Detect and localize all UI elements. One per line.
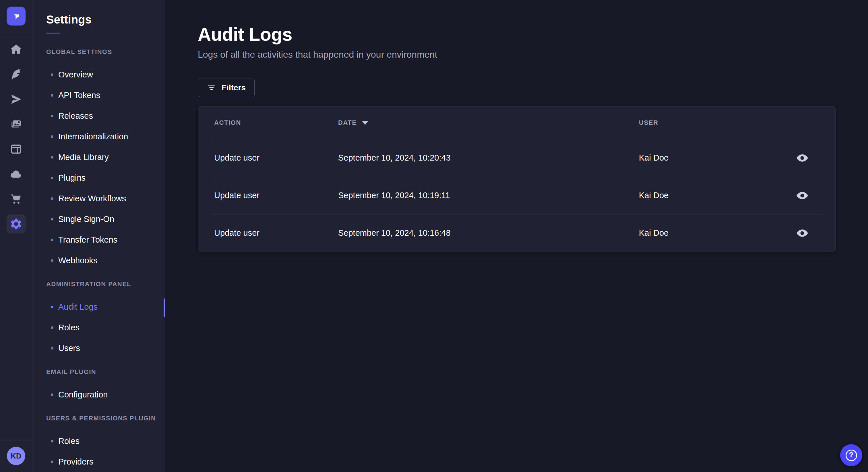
- bullet-icon: [51, 306, 53, 308]
- filter-icon: [207, 83, 216, 93]
- shopping-cart-icon[interactable]: [7, 190, 26, 208]
- eye-icon: [796, 189, 809, 202]
- column-header-user: USER: [639, 119, 785, 127]
- strapi-logo-icon: [10, 10, 22, 22]
- table-row[interactable]: Update user September 10, 2024, 10:19:11…: [198, 177, 836, 214]
- section-users-permissions-plugin: USERS & PERMISSIONS PLUGIN Roles Provide…: [32, 415, 165, 472]
- page-subtitle: Logs of all the activities that happened…: [198, 49, 836, 60]
- bullet-icon: [51, 115, 53, 117]
- cell-user: Kai Doe: [639, 191, 785, 200]
- table-row[interactable]: Update user September 10, 2024, 10:20:43…: [198, 139, 836, 177]
- feather-icon[interactable]: [7, 65, 26, 84]
- nav-rail-icons: [7, 40, 26, 233]
- cell-date: September 10, 2024, 10:19:11: [338, 191, 639, 200]
- view-log-button[interactable]: [794, 187, 811, 204]
- bullet-icon: [51, 239, 53, 241]
- cell-action: Update user: [214, 191, 338, 200]
- media-images-icon[interactable]: [7, 115, 26, 134]
- settings-sidebar: Settings GLOBAL SETTINGS Overview API To…: [32, 0, 165, 472]
- cell-action: Update user: [214, 153, 338, 163]
- page-title: Audit Logs: [198, 24, 836, 45]
- bullet-icon: [51, 440, 53, 442]
- section-label: EMAIL PLUGIN: [32, 368, 165, 376]
- layout-icon[interactable]: [7, 140, 26, 159]
- sidebar-item-releases[interactable]: Releases: [32, 105, 165, 126]
- cell-action: Update user: [214, 228, 338, 238]
- cell-user: Kai Doe: [639, 228, 785, 238]
- sidebar-item-providers[interactable]: Providers: [32, 451, 165, 472]
- sidebar-item-audit-logs[interactable]: Audit Logs: [32, 297, 165, 317]
- bullet-icon: [51, 347, 53, 349]
- sidebar-item-up-roles[interactable]: Roles: [32, 431, 165, 451]
- bullet-icon: [51, 218, 53, 221]
- active-item-indicator: [164, 299, 165, 317]
- bullet-icon: [51, 461, 53, 463]
- cell-date: September 10, 2024, 10:16:48: [338, 228, 639, 238]
- user-avatar[interactable]: KD: [7, 447, 25, 465]
- sidebar-item-overview[interactable]: Overview: [32, 64, 165, 85]
- bullet-icon: [51, 394, 53, 396]
- sidebar-item-single-sign-on[interactable]: Single Sign-On: [32, 209, 165, 229]
- paper-plane-icon[interactable]: [7, 90, 26, 109]
- sidebar-item-api-tokens[interactable]: API Tokens: [32, 85, 165, 105]
- bullet-icon: [51, 94, 53, 97]
- table-row[interactable]: Update user September 10, 2024, 10:16:48…: [198, 214, 836, 252]
- section-global-settings: GLOBAL SETTINGS Overview API Tokens Rele…: [32, 48, 165, 271]
- nav-rail-footer: KD: [0, 440, 32, 472]
- cell-date: September 10, 2024, 10:20:43: [338, 153, 639, 163]
- sidebar-item-media-library[interactable]: Media Library: [32, 147, 165, 167]
- sidebar-item-plugins[interactable]: Plugins: [32, 167, 165, 188]
- bullet-icon: [51, 156, 53, 159]
- eye-icon: [796, 151, 809, 165]
- sidebar-item-transfer-tokens[interactable]: Transfer Tokens: [32, 229, 165, 250]
- sidebar-item-admin-roles[interactable]: Roles: [32, 317, 165, 338]
- settings-gear-icon[interactable]: [7, 214, 26, 233]
- sidebar-item-internationalization[interactable]: Internationalization: [32, 126, 165, 147]
- column-header-date[interactable]: DATE: [338, 119, 639, 127]
- cell-user: Kai Doe: [639, 153, 785, 163]
- app-root: KD Settings GLOBAL SETTINGS Overview API…: [0, 0, 868, 472]
- eye-icon: [796, 227, 809, 240]
- help-icon: ?: [846, 450, 857, 461]
- section-label: GLOBAL SETTINGS: [32, 48, 165, 56]
- audit-logs-table: ACTION DATE USER Update user September 1…: [198, 106, 836, 252]
- filters-button-label: Filters: [222, 83, 246, 92]
- sidebar-item-configuration[interactable]: Configuration: [32, 384, 165, 405]
- bullet-icon: [51, 259, 53, 262]
- nav-rail: KD: [0, 0, 32, 472]
- help-button[interactable]: ?: [840, 444, 862, 466]
- sidebar-title: Settings: [46, 13, 165, 26]
- strapi-logo[interactable]: [7, 7, 26, 26]
- bullet-icon: [51, 177, 53, 179]
- view-log-button[interactable]: [794, 225, 811, 242]
- sort-desc-icon: [362, 121, 368, 125]
- filters-button[interactable]: Filters: [198, 78, 255, 97]
- section-email-plugin: EMAIL PLUGIN Configuration: [32, 368, 165, 405]
- cloud-icon[interactable]: [7, 165, 26, 183]
- bullet-icon: [51, 326, 53, 329]
- table-header-row: ACTION DATE USER: [198, 106, 836, 139]
- section-administration-panel: ADMINISTRATION PANEL Audit Logs Roles Us…: [32, 280, 165, 359]
- bullet-icon: [51, 197, 53, 200]
- bullet-icon: [51, 73, 53, 76]
- section-label: ADMINISTRATION PANEL: [32, 280, 165, 288]
- section-label: USERS & PERMISSIONS PLUGIN: [32, 415, 165, 422]
- sidebar-item-webhooks[interactable]: Webhooks: [32, 250, 165, 271]
- nav-rail-logo-area: [0, 0, 32, 32]
- sidebar-item-review-workflows[interactable]: Review Workflows: [32, 188, 165, 209]
- column-header-action: ACTION: [214, 119, 338, 127]
- home-icon[interactable]: [7, 40, 26, 59]
- sidebar-item-admin-users[interactable]: Users: [32, 338, 165, 359]
- main-content: Audit Logs Logs of all the activities th…: [165, 0, 868, 472]
- view-log-button[interactable]: [794, 149, 811, 167]
- title-divider: [46, 33, 60, 34]
- bullet-icon: [51, 135, 53, 138]
